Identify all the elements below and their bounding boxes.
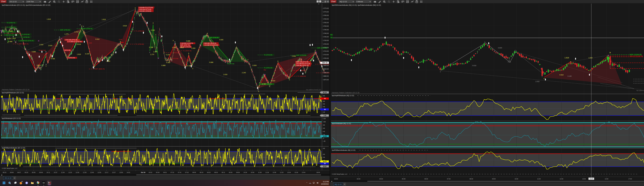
svg-text:T2: (3689.00): T2: (3689.00) bbox=[297, 75, 306, 77]
svg-text:3.140: 3.140 bbox=[172, 47, 176, 48]
svg-text:07:52: 07:52 bbox=[185, 172, 189, 173]
svg-text:13:55: 13:55 bbox=[120, 172, 123, 173]
svg-text:Bat: Bat bbox=[264, 69, 266, 71]
svg-text:C: C bbox=[269, 86, 270, 87]
svg-text:12:59: 12:59 bbox=[98, 172, 101, 173]
svg-text:T2: (3742.00): T2: (3742.00) bbox=[21, 34, 30, 35]
svg-text:2.240: 2.240 bbox=[153, 51, 157, 53]
svg-text:2.000: 2.000 bbox=[292, 55, 296, 57]
svg-text:06:00: 06:00 bbox=[424, 178, 428, 180]
svg-text:11:30: 11:30 bbox=[68, 172, 72, 173]
svg-text:0.886 (XA) (3714.25): 0.886 (XA) (3714.25) bbox=[296, 61, 308, 63]
svg-text:T2: (3716.25): T2: (3716.25) bbox=[264, 54, 272, 56]
svg-text:Oct 19: Oct 19 bbox=[141, 172, 145, 173]
svg-text:08:53: 08:53 bbox=[214, 172, 218, 173]
svg-text:T1: (3719.25): T1: (3719.25) bbox=[170, 52, 178, 53]
svg-text:hpc patterns found: [5]: hpc patterns found: [5] bbox=[636, 90, 644, 91]
svg-text:06:51: 06:51 bbox=[163, 172, 167, 173]
svg-text:T2: (3756.75): T2: (3756.75) bbox=[7, 22, 15, 24]
svg-text:30: 30 bbox=[324, 163, 326, 164]
svg-text:0.382: 0.382 bbox=[166, 62, 170, 63]
svg-text:3.140 (BC) (3741.75): 3.140 (BC) (3741.75) bbox=[4, 34, 18, 36]
svg-text:hpcPatternsIndicator (ES 12-22: hpcPatternsIndicator (ES 12-22), hpcHSIA… bbox=[2, 4, 50, 6]
svg-text:0.786: 0.786 bbox=[149, 46, 153, 48]
svg-text:C: C bbox=[515, 50, 516, 51]
svg-text:X: X bbox=[174, 41, 176, 43]
svg-text:B: B bbox=[46, 51, 46, 53]
svg-text:hpcHSIIndicator (NQ 12-22): hpcHSIIndicator (NQ 12-22) bbox=[332, 123, 351, 124]
svg-text:50): 50) bbox=[330, 34, 332, 36]
svg-text:AB=CD (11190.75): AB=CD (11190.75) bbox=[630, 56, 643, 57]
svg-text:HOP: (3745.50): HOP: (3745.50) bbox=[60, 29, 70, 31]
svg-text:3720.00: 3720.00 bbox=[323, 47, 329, 48]
svg-text:© 2022 NinjaTrader, LLC: © 2022 NinjaTrader, LLC bbox=[332, 173, 347, 175]
svg-text:3690.00: 3690.00 bbox=[323, 68, 329, 70]
svg-text:2.618: 2.618 bbox=[48, 45, 52, 46]
svg-text:60: 60 bbox=[323, 128, 325, 129]
svg-text:11:04: 11:04 bbox=[61, 172, 64, 173]
svg-text:03:00: 03:00 bbox=[357, 178, 360, 180]
svg-text:10:37: 10:37 bbox=[54, 172, 57, 173]
svg-text:03:02: 03:02 bbox=[149, 172, 152, 173]
svg-text:0.832: 0.832 bbox=[9, 30, 12, 32]
svg-text:A: A bbox=[484, 41, 485, 43]
svg-text:X: X bbox=[440, 71, 441, 73]
svg-text:D: D bbox=[315, 50, 316, 51]
svg-text:D: D bbox=[135, 7, 136, 9]
svg-text:0.500: 0.500 bbox=[498, 47, 502, 49]
svg-text:3.140 (BC) (3729.75): 3.140 (BC) (3729.75) bbox=[180, 43, 193, 44]
svg-text:B: B bbox=[509, 59, 510, 61]
svg-text:12:46: 12:46 bbox=[90, 172, 94, 173]
svg-text:3.618: 3.618 bbox=[123, 25, 127, 27]
svg-text:3735.00: 3735.00 bbox=[323, 36, 329, 38]
svg-text:T1: (3701.25): T1: (3701.25) bbox=[264, 67, 272, 69]
svg-text:3730.00: 3730.00 bbox=[323, 40, 329, 41]
svg-text:3715.00: 3715.00 bbox=[323, 50, 329, 52]
svg-text:0.500: 0.500 bbox=[219, 39, 223, 41]
svg-text:14:00: 14:00 bbox=[605, 178, 608, 180]
svg-text:B: B bbox=[120, 41, 121, 42]
svg-text:3760.00: 3760.00 bbox=[323, 18, 329, 20]
svg-text:B: B bbox=[188, 53, 189, 54]
svg-text:B: B bbox=[278, 60, 278, 62]
svg-text:09:07: 09:07 bbox=[17, 172, 21, 173]
svg-text:3.140: 3.140 bbox=[85, 53, 89, 55]
svg-text:0.886: 0.886 bbox=[162, 65, 166, 66]
svg-text:1.618: 1.618 bbox=[223, 74, 227, 75]
svg-text:2.618: 2.618 bbox=[12, 37, 16, 39]
svg-text:12:05: 12:05 bbox=[272, 172, 276, 173]
svg-text:08:33: 08:33 bbox=[3, 172, 6, 173]
svg-text:09:49: 09:49 bbox=[39, 172, 43, 173]
svg-text:2.272 AB=CD (3732.50): 2.272 AB=CD (3732.50) bbox=[67, 41, 82, 42]
svg-text:1.618: 1.618 bbox=[535, 81, 539, 82]
svg-text:13:00: 13:00 bbox=[582, 178, 586, 180]
svg-text:05:30: 05:30 bbox=[156, 172, 160, 173]
svg-text:C: C bbox=[192, 68, 193, 69]
svg-text:Crab: Crab bbox=[508, 61, 511, 63]
svg-text:05:00: 05:00 bbox=[402, 178, 406, 180]
svg-text:C: C bbox=[67, 59, 68, 60]
svg-text:0.707: 0.707 bbox=[74, 31, 78, 33]
svg-text:0.618: 0.618 bbox=[472, 65, 476, 66]
svg-text:hpcRSIBammIndicator (ES 12-22): hpcRSIBammIndicator (ES 12-22) bbox=[2, 147, 25, 149]
svg-text:100: 100 bbox=[323, 121, 326, 123]
svg-text:10:11: 10:11 bbox=[46, 172, 50, 173]
svg-text:0.786: 0.786 bbox=[187, 65, 191, 67]
svg-text:50: 50 bbox=[323, 157, 325, 158]
svg-text:1.618: 1.618 bbox=[102, 19, 106, 20]
svg-text:1.130 AB=CD (3734.25): 1.130 AB=CD (3734.25) bbox=[18, 40, 34, 41]
svg-text:T2: (3730.00): T2: (3730.00) bbox=[135, 43, 144, 45]
svg-text:T1: (3738.25): T1: (3738.25) bbox=[21, 36, 30, 38]
svg-text:17:00: 17:00 bbox=[628, 178, 632, 180]
svg-text:60: 60 bbox=[323, 101, 325, 102]
svg-text:1.618 AB=CD (3775.00): 1.618 AB=CD (3775.00) bbox=[138, 7, 153, 8]
svg-text:A: A bbox=[258, 89, 259, 91]
svg-text:0.786: 0.786 bbox=[51, 58, 55, 60]
svg-text:0.886: 0.886 bbox=[8, 41, 12, 43]
svg-text:◀: ◀ bbox=[331, 181, 332, 182]
svg-text:T1: (3751.00): T1: (3751.00) bbox=[7, 27, 15, 28]
svg-text:09:35: 09:35 bbox=[229, 172, 232, 173]
svg-text:0.500: 0.500 bbox=[180, 47, 184, 49]
svg-text:X: X bbox=[149, 52, 150, 53]
svg-text:T1: (3720.75): T1: (3720.75) bbox=[183, 50, 192, 52]
